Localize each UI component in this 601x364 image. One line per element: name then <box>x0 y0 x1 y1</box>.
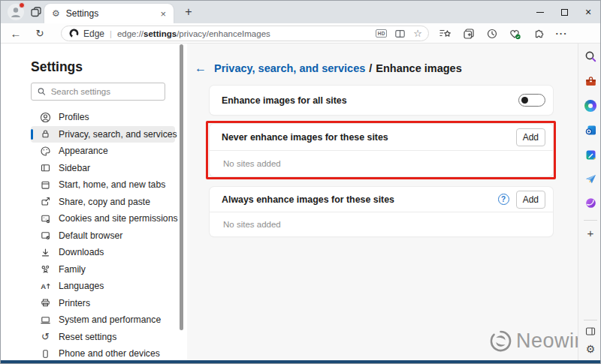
minimize-icon <box>536 12 544 13</box>
breadcrumb-current: Enhance images <box>376 62 461 74</box>
hd-badge-icon[interactable]: HD <box>376 29 387 38</box>
sidebar-item-appearance[interactable]: Appearance <box>31 143 175 160</box>
edge-sidebar-rail: + ⚙ <box>578 44 601 362</box>
breadcrumb-back-button[interactable]: ← <box>195 62 214 75</box>
sidebar-item-family[interactable]: Family <box>31 261 175 278</box>
outlook-icon <box>584 124 597 137</box>
maximize-button[interactable] <box>552 1 576 23</box>
person-icon <box>40 112 51 123</box>
rail-shopping-button[interactable] <box>584 74 597 88</box>
sidebar-scrollbar[interactable] <box>180 44 183 330</box>
breadcrumb-parent-link[interactable]: Privacy, search, and services <box>214 62 365 74</box>
tab-title: Settings <box>66 8 159 19</box>
add-always-site-button[interactable]: Add <box>516 191 545 209</box>
favorite-star-icon[interactable]: ☆ <box>413 29 422 38</box>
settings-nav: Profiles Privacy, search, and services A… <box>31 109 175 362</box>
lock-icon <box>40 128 51 140</box>
sidebar-item-sidebar[interactable]: Sidebar <box>31 160 175 177</box>
minimize-button[interactable] <box>528 1 552 23</box>
new-tab-button[interactable]: + <box>180 3 198 21</box>
url-separator: | <box>110 29 112 38</box>
rail-designer-button[interactable] <box>584 148 597 161</box>
swirl-icon <box>584 100 596 112</box>
url-text: edge://settings/privacy/enhanceImages <box>117 29 270 38</box>
notification-dot <box>19 2 25 8</box>
sidebar-item-share-copy-paste[interactable]: Share, copy and paste <box>31 194 175 211</box>
rail-settings-button[interactable]: ⚙ <box>584 342 597 356</box>
rail-outlook-button[interactable] <box>584 123 597 137</box>
neowin-watermark: Neowin <box>489 329 586 353</box>
collections-icon <box>463 28 475 40</box>
sidebar-item-default-browser[interactable]: Default browser <box>31 227 175 245</box>
sidebar-item-cookies-site-permissions[interactable]: Cookies and site permissions <box>31 210 175 227</box>
rail-tools-button[interactable] <box>584 99 597 113</box>
sidebar-item-reset-settings[interactable]: ↺ Reset settings <box>31 329 175 346</box>
shopping-icon <box>584 75 597 88</box>
favorites-list-icon <box>439 28 452 40</box>
sidebar-item-languages[interactable]: A Languages <box>31 278 175 295</box>
sidebar-item-profiles[interactable]: Profiles <box>31 109 175 126</box>
help-icon[interactable]: ? <box>498 194 509 205</box>
browser-window: ⚙ Settings × + × ← ↻ Edge | edge://setti… <box>0 0 601 364</box>
collections-button[interactable] <box>457 28 480 40</box>
setting-label: Enhance images for all sites <box>222 95 347 106</box>
cookies-icon <box>40 213 51 224</box>
split-screen-icon[interactable] <box>394 29 406 39</box>
phone-icon <box>40 348 51 359</box>
sidebar-item-start-home-new-tabs[interactable]: Start, home, and new tabs <box>31 176 175 194</box>
back-button[interactable]: ← <box>7 23 25 44</box>
setting-label: Always enhance images for these sites <box>222 194 394 205</box>
games-icon <box>584 197 597 209</box>
tab-settings[interactable]: ⚙ Settings × <box>44 4 174 23</box>
setting-label: Never enhance images for these sites <box>222 132 388 143</box>
family-icon <box>40 263 51 275</box>
monitor-icon <box>40 314 51 326</box>
rail-panel-button[interactable] <box>584 324 597 338</box>
sidebar-item-privacy-search-services[interactable]: Privacy, search, and services <box>31 126 175 143</box>
default-browser-icon <box>40 230 51 241</box>
rail-drop-button[interactable] <box>584 172 597 185</box>
settings-search[interactable] <box>31 83 165 101</box>
svg-text:A: A <box>41 282 46 290</box>
palette-icon <box>40 146 51 157</box>
browser-essentials-button[interactable] <box>503 28 527 40</box>
rail-divider-bottom <box>584 320 597 320</box>
breadcrumb: ← Privacy, search, and services / Enhanc… <box>195 62 462 75</box>
edge-brand-label: Edge <box>83 29 104 39</box>
toolbar-icons: ··· <box>433 23 573 44</box>
enhance-images-toggle[interactable] <box>518 94 545 107</box>
history-icon <box>486 28 498 40</box>
main-content: ← Privacy, search, and services / Enhanc… <box>187 44 578 362</box>
window-controls: × <box>528 1 600 23</box>
edge-logo-icon <box>69 29 79 38</box>
extensions-button[interactable] <box>527 28 550 40</box>
printer-icon <box>40 297 51 308</box>
search-icon <box>584 50 597 63</box>
rail-customize-button[interactable]: + <box>584 226 597 239</box>
reset-icon: ↺ <box>40 332 51 341</box>
share-icon <box>40 196 51 207</box>
workspaces-button[interactable] <box>30 6 42 18</box>
sidebar-item-downloads[interactable]: Downloads <box>31 244 175 261</box>
browser-essentials-heart-icon <box>509 28 521 40</box>
tab-strip: ⚙ Settings × + × <box>1 1 600 23</box>
rail-games-button[interactable] <box>584 196 597 209</box>
close-button[interactable]: × <box>576 1 600 23</box>
sidebar-item-system-performance[interactable]: System and performance <box>31 311 175 329</box>
history-button[interactable] <box>480 28 503 40</box>
address-bar[interactable]: Edge | edge://settings/privacy/enhanceIm… <box>61 26 429 41</box>
empty-state-text: No sites added <box>210 212 553 236</box>
settings-gear-icon: ⚙ <box>52 9 60 18</box>
rail-search-button[interactable] <box>584 50 597 63</box>
panel-icon <box>585 326 596 336</box>
settings-more-button[interactable]: ··· <box>550 28 573 39</box>
refresh-button[interactable]: ↻ <box>31 23 49 44</box>
search-input[interactable] <box>51 87 160 96</box>
sidebar-item-printers[interactable]: Printers <box>31 295 175 312</box>
tab-close-icon[interactable]: × <box>159 8 168 20</box>
favorites-button[interactable] <box>433 28 457 40</box>
add-never-site-button[interactable]: Add <box>516 128 545 146</box>
profile-avatar[interactable] <box>8 4 24 20</box>
rail-divider <box>584 220 597 221</box>
page-title: Settings <box>31 59 83 75</box>
